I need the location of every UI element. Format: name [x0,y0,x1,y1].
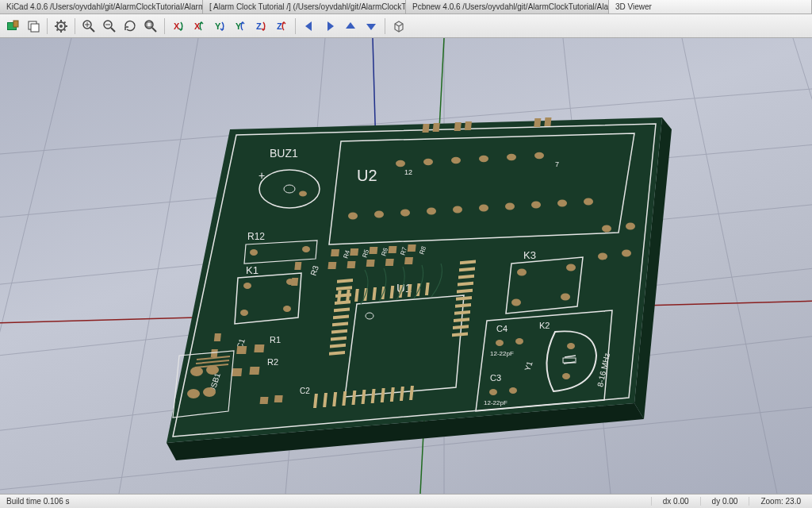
svg-point-63 [557,200,567,207]
svg-rect-98 [404,257,413,264]
svg-marker-38 [167,117,662,443]
svg-point-61 [505,203,515,210]
status-zoom: Zoom: 23.0 [749,497,812,506]
cube-icon [392,19,406,33]
tab-3d-viewer[interactable]: 3D Viewer [609,0,812,13]
tab-pcbnew[interactable]: Pcbnew 4.0.6 /Users/oyvdahl/git/AlarmClo… [406,0,609,13]
svg-rect-164 [249,367,259,375]
svg-rect-70 [544,117,551,126]
svg-rect-157 [214,333,221,341]
tab-alarm-tutorial[interactable]: [ Alarm Clock Tutorial /] (/Users/oyvdah… [203,0,406,13]
zoom-in-button[interactable] [79,17,98,36]
toolbar-separator [295,18,296,34]
svg-rect-92 [347,261,356,268]
svg-rect-91 [350,248,358,256]
svg-point-105 [602,225,611,233]
svg-point-52 [479,156,488,162]
status-dy: dy 0.00 [700,497,749,506]
3d-viewport[interactable]: BUZ1 + U2 12 7 [0,38,812,494]
tab-label: 3D Viewer [615,2,652,11]
svg-point-187 [567,343,575,349]
arrow-up-icon [343,19,358,33]
svg-text:12-22pF: 12-22pF [484,399,508,406]
status-build-time: Build time 0.106 s [0,497,651,506]
svg-rect-166 [260,397,269,404]
tab-label: Pcbnew 4.0.6 /Users/oyvdahl/git/AlarmClo… [412,2,609,11]
toolbar-separator [164,18,165,34]
status-bar: Build time 0.106 s dx 0.00 dy 0.00 Zoom:… [0,494,812,508]
svg-rect-66 [433,123,440,132]
arrow-left-icon [302,19,316,33]
rotate-z-pos-button[interactable]: Z [272,17,291,36]
zoom-in-icon [82,19,96,33]
pan-left-button[interactable] [300,17,319,36]
options-button[interactable] [52,17,71,36]
svg-rect-69 [534,118,541,127]
svg-point-60 [479,205,488,212]
zoom-redraw-button[interactable] [121,17,140,36]
svg-point-103 [561,294,570,301]
svg-rect-93 [369,247,377,254]
rotate-y-pos-button[interactable]: Y [231,17,250,36]
svg-point-106 [626,223,635,230]
rotate-z-neg-button[interactable]: Z [251,17,270,36]
reload-icon [6,19,20,33]
zoom-redraw-icon [123,19,137,33]
pan-up-button[interactable] [341,17,360,36]
rotate-x-neg-icon: X [171,19,186,33]
svg-line-35 [793,38,812,494]
svg-rect-2 [13,21,18,27]
svg-point-6 [59,25,63,28]
svg-rect-94 [366,260,375,267]
svg-rect-67 [454,122,462,131]
rotate-z-neg-icon: Z [254,19,268,33]
svg-rect-167 [274,395,283,402]
svg-line-29 [0,38,71,494]
svg-line-12 [111,28,115,32]
svg-rect-163 [232,368,242,376]
reload-button[interactable] [3,17,22,36]
pan-right-button[interactable] [320,17,339,36]
rotate-x-pos-icon: X [192,19,206,33]
svg-rect-89 [331,249,339,256]
svg-point-42 [299,191,307,197]
ortho-button[interactable] [389,17,408,36]
svg-point-51 [451,157,461,164]
svg-point-76 [243,283,251,289]
svg-text:K2: K2 [539,321,550,330]
tab-kicad[interactable]: KiCad 4.0.6 /Users/oyvdahl/git/AlarmCloc… [0,0,203,13]
svg-text:BUZ1: BUZ1 [270,147,298,160]
svg-point-180 [515,338,523,344]
pan-down-button[interactable] [362,17,381,36]
tab-label: KiCad 4.0.6 /Users/oyvdahl/git/AlarmCloc… [6,2,203,11]
svg-point-62 [531,202,541,209]
svg-point-100 [517,269,527,276]
svg-rect-82 [294,262,301,270]
svg-line-15 [152,28,156,32]
rotate-y-neg-button[interactable]: Y [210,17,229,36]
svg-point-59 [453,206,462,214]
svg-point-179 [496,340,504,346]
svg-point-79 [283,306,291,312]
svg-point-101 [566,264,576,271]
svg-line-8 [90,28,94,32]
zoom-out-button[interactable] [100,17,119,36]
zoom-fit-icon [144,19,158,33]
gear-icon [54,19,68,33]
rotate-x-neg-button[interactable]: X [169,17,188,36]
svg-point-184 [509,387,517,394]
svg-rect-161 [254,344,264,352]
zoom-fit-button[interactable] [141,17,160,36]
svg-text:K3: K3 [523,249,536,261]
rotate-x-pos-button[interactable]: X [190,17,209,36]
svg-rect-95 [389,246,397,253]
toolbar-separator [47,18,48,34]
rotate-y-pos-icon: Y [233,19,247,33]
svg-rect-96 [385,259,394,266]
svg-rect-83 [291,278,298,286]
svg-rect-4 [31,24,39,32]
svg-point-102 [511,299,521,306]
tab-label: [ Alarm Clock Tutorial /] (/Users/oyvdah… [209,2,406,11]
copy-image-button[interactable] [24,17,43,36]
toolbar-separator [75,18,75,34]
